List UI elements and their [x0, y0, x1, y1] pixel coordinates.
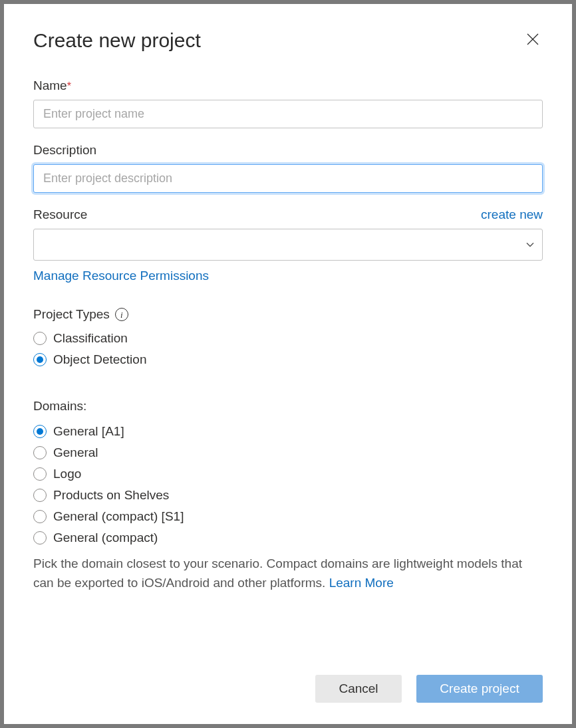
radio-label: General (compact)	[53, 531, 158, 545]
radio-icon	[33, 425, 47, 438]
domain-option-4[interactable]: General (compact) [S1]	[33, 509, 543, 524]
domain-option-2[interactable]: Logo	[33, 467, 543, 481]
description-label: Description	[33, 143, 96, 158]
description-input[interactable]	[33, 164, 543, 193]
radio-label: Classification	[53, 331, 128, 346]
info-icon[interactable]: i	[115, 308, 128, 321]
project-types-label: Project Types	[33, 307, 110, 322]
domains-help-text: Pick the domain closest to your scenario…	[33, 554, 543, 592]
radio-icon	[33, 531, 47, 545]
cancel-button[interactable]: Cancel	[315, 675, 402, 703]
radio-icon	[33, 510, 47, 523]
domains-radio-group: General [A1]GeneralLogoProducts on Shelv…	[33, 424, 543, 545]
resource-select[interactable]	[33, 229, 543, 261]
create-new-resource-link[interactable]: create new	[481, 207, 543, 222]
project-type-option-0[interactable]: Classification	[33, 331, 543, 346]
domains-label: Domains:	[33, 399, 86, 414]
manage-resource-permissions-link[interactable]: Manage Resource Permissions	[33, 269, 209, 283]
project-types-radio-group: ClassificationObject Detection	[33, 331, 543, 367]
radio-icon	[33, 446, 47, 459]
radio-label: General (compact) [S1]	[53, 509, 184, 524]
project-type-option-1[interactable]: Object Detection	[33, 352, 543, 367]
close-icon	[525, 32, 540, 47]
name-required-mark: *	[67, 80, 71, 92]
radio-label: Products on Shelves	[53, 488, 169, 503]
radio-label: General	[53, 445, 98, 460]
domain-option-3[interactable]: Products on Shelves	[33, 488, 543, 503]
create-project-button[interactable]: Create project	[416, 675, 543, 703]
domain-option-1[interactable]: General	[33, 445, 543, 460]
radio-icon	[33, 489, 47, 502]
radio-label: Object Detection	[53, 352, 146, 367]
learn-more-link[interactable]: Learn More	[329, 576, 394, 590]
domain-option-5[interactable]: General (compact)	[33, 531, 543, 545]
resource-label: Resource	[33, 207, 87, 222]
radio-label: Logo	[53, 467, 81, 481]
radio-icon	[33, 332, 47, 345]
domain-option-0[interactable]: General [A1]	[33, 424, 543, 439]
name-label: Name	[33, 78, 67, 93]
dialog-title: Create new project	[33, 29, 201, 52]
radio-icon	[33, 467, 47, 481]
radio-label: General [A1]	[53, 424, 124, 439]
create-project-dialog: Create new project Name* Description Res…	[4, 4, 572, 724]
radio-icon	[33, 353, 47, 366]
close-button[interactable]	[523, 29, 543, 49]
name-input[interactable]	[33, 100, 543, 128]
